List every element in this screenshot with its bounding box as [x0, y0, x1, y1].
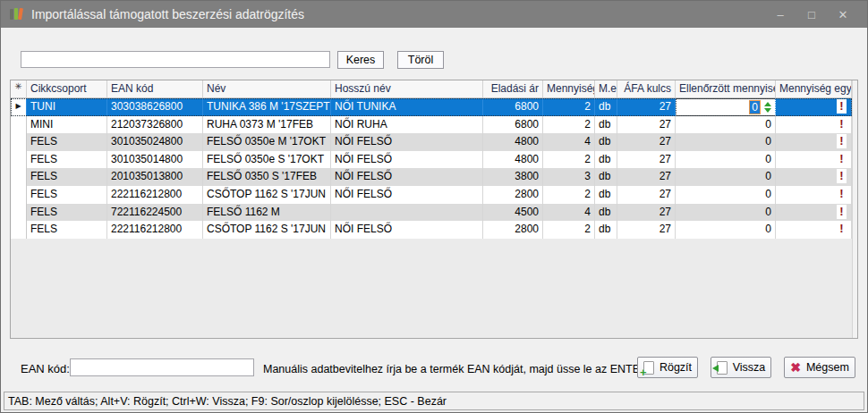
cell-afa[interactable]: 27	[617, 204, 676, 222]
cell-menny[interactable]: 4	[543, 204, 595, 222]
cell-cikkcsoport[interactable]: FELS	[27, 186, 107, 204]
cell-ar[interactable]: 6800	[483, 116, 543, 134]
cell-me[interactable]: db	[595, 168, 617, 186]
table-row[interactable]: FELS222116212800CSŐTOP 1162 S '17JUNNŐI …	[11, 221, 852, 239]
cell-afa[interactable]: 27	[617, 133, 676, 151]
cell-nev[interactable]: FELSŐ 1162 M	[203, 204, 331, 222]
cell-cikkcsoport[interactable]: MINI	[27, 116, 107, 134]
cell-hosszu[interactable]: NŐI FELSŐ	[331, 186, 483, 204]
cell-hosszu[interactable]: NŐI FELSŐ	[331, 133, 483, 151]
column-header-nev[interactable]: Név	[203, 80, 331, 97]
column-header-ean[interactable]: EAN kód	[107, 80, 203, 97]
cell-hosszu[interactable]: NŐI TUNIKA	[331, 98, 483, 116]
cell-afa[interactable]: 27	[617, 116, 676, 134]
column-header-cikkcsoport[interactable]: Cikkcsoport	[27, 80, 107, 97]
column-header-afa[interactable]: ÁFA kulcs	[617, 80, 676, 97]
cell-ean[interactable]: 222116212800	[107, 221, 203, 239]
cell-nev[interactable]: FELSŐ 0350 S '17FEB	[203, 168, 331, 186]
table-row[interactable]: MINI212037326800RUHA 0373 M '17FEBNŐI RU…	[11, 116, 852, 134]
cell-ell[interactable]: 0	[676, 116, 776, 134]
cell-ean[interactable]: 301035014800	[107, 151, 203, 169]
cell-hosszu[interactable]	[331, 204, 483, 222]
cell-me[interactable]: db	[595, 186, 617, 204]
maximize-button[interactable]: □	[798, 1, 825, 28]
cell-egyezik[interactable]: !	[776, 204, 852, 222]
cell-me[interactable]: db	[595, 221, 617, 239]
cell-hosszu[interactable]: NŐI RUHA	[331, 116, 483, 134]
cell-nev[interactable]: FELSŐ 0350e M '17OKT	[203, 133, 331, 151]
cell-ell[interactable]: 0	[676, 186, 776, 204]
search-button[interactable]: Keres	[337, 51, 384, 69]
table-row[interactable]: FELS301035024800FELSŐ 0350e M '17OKTNŐI …	[11, 133, 852, 151]
cell-menny[interactable]: 2	[543, 98, 595, 116]
cell-ean[interactable]: 222116212800	[107, 186, 203, 204]
cell-ar[interactable]: 4800	[483, 133, 543, 151]
cell-hosszu[interactable]: NŐI FELSŐ	[331, 151, 483, 169]
record-button[interactable]: + Rögzít	[637, 357, 698, 378]
cell-ell[interactable]: 0	[676, 221, 776, 239]
cell-afa[interactable]: 27	[617, 221, 676, 239]
cell-ean[interactable]: 301035024800	[107, 133, 203, 151]
cell-nev[interactable]: FELSŐ 0350e S '17OKT	[203, 151, 331, 169]
table-row[interactable]: ▶TUNI303038626800TUNIKA 386 M '17SZEPTNŐ…	[11, 98, 852, 116]
cell-cikkcsoport[interactable]: FELS	[27, 151, 107, 169]
cell-me[interactable]: db	[595, 204, 617, 222]
column-header-menny[interactable]: Mennyiség	[543, 80, 595, 97]
cell-menny[interactable]: 2	[543, 116, 595, 134]
cell-ell[interactable]: 0	[676, 151, 776, 169]
column-header-egyezik[interactable]: Mennyiség egyezik	[776, 80, 852, 97]
cell-me[interactable]: db	[595, 133, 617, 151]
cell-ean[interactable]: 722116224500	[107, 204, 203, 222]
quantity-editor-value[interactable]: 0	[749, 100, 761, 114]
cell-afa[interactable]: 27	[617, 186, 676, 204]
cell-ell[interactable]: 0	[676, 133, 776, 151]
cell-ell[interactable]: 0	[676, 204, 776, 222]
vertical-scrollbar[interactable]	[852, 80, 857, 338]
cell-afa[interactable]: 27	[617, 98, 676, 116]
quantity-stepper[interactable]	[764, 101, 772, 114]
search-input[interactable]	[21, 51, 330, 68]
cancel-button[interactable]: ✖ Mégsem	[784, 357, 855, 378]
cell-me[interactable]: db	[595, 151, 617, 169]
ean-input[interactable]	[70, 358, 254, 376]
cell-nev[interactable]: CSŐTOP 1162 S '17JUN	[203, 221, 331, 239]
cell-menny[interactable]: 3	[543, 168, 595, 186]
cell-ar[interactable]: 4500	[483, 204, 543, 222]
cell-ean[interactable]: 212037326800	[107, 116, 203, 134]
back-button[interactable]: Vissza	[711, 357, 771, 378]
cell-ar[interactable]: 6800	[483, 98, 543, 116]
cell-menny[interactable]: 2	[543, 221, 595, 239]
column-header-ar[interactable]: Eladási ár	[483, 80, 543, 97]
cell-ar[interactable]: 3800	[483, 168, 543, 186]
cell-cikkcsoport[interactable]: FELS	[27, 204, 107, 222]
cell-ean[interactable]: 201035013800	[107, 168, 203, 186]
table-row[interactable]: FELS201035013800FELSŐ 0350 S '17FEBNŐI F…	[11, 168, 852, 186]
cell-cikkcsoport[interactable]: FELS	[27, 168, 107, 186]
cell-cikkcsoport[interactable]: FELS	[27, 133, 107, 151]
cell-ell[interactable]: 0	[676, 168, 776, 186]
cell-egyezik[interactable]: !	[776, 133, 852, 151]
cell-hosszu[interactable]: NŐI FELSŐ	[331, 221, 483, 239]
cell-egyezik[interactable]: !	[776, 168, 852, 186]
cell-egyezik[interactable]: !	[776, 186, 852, 204]
minimize-button[interactable]: –	[767, 1, 794, 28]
cell-afa[interactable]: 27	[617, 168, 676, 186]
cell-nev[interactable]: RUHA 0373 M '17FEB	[203, 116, 331, 134]
column-header-hosszu[interactable]: Hosszú név	[331, 80, 483, 97]
table-row[interactable]: FELS722116224500FELSŐ 1162 M45004db270!	[11, 204, 852, 222]
cell-ar[interactable]: 2800	[483, 221, 543, 239]
cell-egyezik[interactable]: !	[776, 221, 852, 239]
cell-egyezik[interactable]: !	[776, 151, 852, 169]
cell-menny[interactable]: 2	[543, 151, 595, 169]
cell-cikkcsoport[interactable]: TUNI	[27, 98, 107, 116]
clear-button[interactable]: Töröl	[397, 51, 444, 69]
cell-ell[interactable]: 0	[676, 98, 776, 116]
cell-afa[interactable]: 27	[617, 151, 676, 169]
cell-ar[interactable]: 4800	[483, 151, 543, 169]
close-button[interactable]: ✕	[830, 1, 856, 28]
table-row[interactable]: FELS301035014800FELSŐ 0350e S '17OKTNŐI …	[11, 151, 852, 169]
cell-ar[interactable]: 2800	[483, 186, 543, 204]
cell-menny[interactable]: 4	[543, 133, 595, 151]
cell-egyezik[interactable]: !	[776, 98, 852, 116]
column-header-ell[interactable]: Ellenőrzött mennyiség	[676, 80, 776, 97]
